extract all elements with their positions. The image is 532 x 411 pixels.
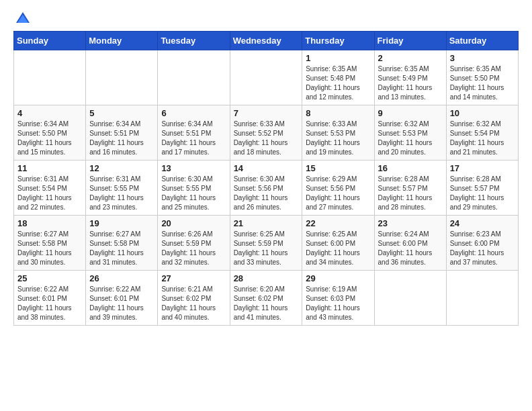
weekday-header-friday: Friday [374, 32, 446, 50]
week-row-4: 18Sunrise: 6:27 AM Sunset: 5:58 PM Dayli… [14, 216, 519, 271]
day-info: Sunrise: 6:21 AM Sunset: 6:02 PM Dayligh… [161, 285, 226, 322]
day-number: 24 [450, 218, 515, 228]
day-cell: 29Sunrise: 6:19 AM Sunset: 6:03 PM Dayli… [302, 271, 374, 326]
day-cell: 13Sunrise: 6:30 AM Sunset: 5:55 PM Dayli… [158, 161, 230, 216]
day-info: Sunrise: 6:30 AM Sunset: 5:55 PM Dayligh… [161, 175, 226, 212]
day-number: 9 [378, 108, 443, 118]
day-cell [14, 50, 86, 105]
day-cell: 10Sunrise: 6:32 AM Sunset: 5:54 PM Dayli… [446, 105, 518, 161]
day-cell: 5Sunrise: 6:34 AM Sunset: 5:51 PM Daylig… [86, 105, 158, 161]
day-info: Sunrise: 6:22 AM Sunset: 6:01 PM Dayligh… [17, 285, 82, 322]
day-number: 15 [306, 163, 370, 173]
day-cell: 17Sunrise: 6:28 AM Sunset: 5:57 PM Dayli… [446, 161, 518, 216]
weekday-header-sunday: Sunday [14, 32, 86, 50]
weekday-header-wednesday: Wednesday [230, 32, 302, 50]
week-row-1: 1Sunrise: 6:35 AM Sunset: 5:48 PM Daylig… [14, 50, 519, 105]
day-number: 11 [17, 163, 82, 173]
day-cell: 18Sunrise: 6:27 AM Sunset: 5:58 PM Dayli… [14, 216, 86, 271]
day-info: Sunrise: 6:25 AM Sunset: 6:00 PM Dayligh… [306, 230, 370, 267]
weekday-header-row: SundayMondayTuesdayWednesdayThursdayFrid… [14, 32, 519, 50]
day-info: Sunrise: 6:35 AM Sunset: 5:48 PM Dayligh… [306, 64, 370, 102]
day-number: 19 [89, 218, 154, 228]
day-info: Sunrise: 6:25 AM Sunset: 5:59 PM Dayligh… [234, 230, 299, 267]
day-cell: 8Sunrise: 6:33 AM Sunset: 5:53 PM Daylig… [302, 105, 374, 161]
day-cell: 12Sunrise: 6:31 AM Sunset: 5:55 PM Dayli… [86, 161, 158, 216]
day-cell: 24Sunrise: 6:23 AM Sunset: 6:00 PM Dayli… [446, 216, 518, 271]
day-number: 17 [450, 163, 515, 173]
day-cell: 9Sunrise: 6:32 AM Sunset: 5:53 PM Daylig… [374, 105, 446, 161]
week-row-5: 25Sunrise: 6:22 AM Sunset: 6:01 PM Dayli… [14, 271, 519, 326]
calendar: SundayMondayTuesdayWednesdayThursdayFrid… [13, 31, 519, 326]
day-number: 13 [161, 163, 226, 173]
logo-icon [15, 11, 31, 27]
day-number: 21 [234, 218, 299, 228]
day-cell [86, 50, 158, 105]
day-number: 27 [161, 273, 226, 283]
day-number: 2 [378, 53, 443, 63]
day-info: Sunrise: 6:34 AM Sunset: 5:51 PM Dayligh… [161, 120, 226, 157]
day-number: 5 [89, 108, 154, 118]
day-cell: 19Sunrise: 6:27 AM Sunset: 5:58 PM Dayli… [86, 216, 158, 271]
day-info: Sunrise: 6:35 AM Sunset: 5:50 PM Dayligh… [450, 64, 515, 102]
day-info: Sunrise: 6:31 AM Sunset: 5:54 PM Dayligh… [17, 175, 82, 212]
day-number: 10 [450, 108, 515, 118]
weekday-header-tuesday: Tuesday [158, 32, 230, 50]
day-cell: 26Sunrise: 6:22 AM Sunset: 6:01 PM Dayli… [86, 271, 158, 326]
day-info: Sunrise: 6:35 AM Sunset: 5:49 PM Dayligh… [378, 64, 443, 102]
day-info: Sunrise: 6:27 AM Sunset: 5:58 PM Dayligh… [17, 230, 82, 267]
day-info: Sunrise: 6:34 AM Sunset: 5:50 PM Dayligh… [17, 120, 82, 157]
day-info: Sunrise: 6:31 AM Sunset: 5:55 PM Dayligh… [89, 175, 154, 212]
header [13, 11, 519, 24]
day-cell: 28Sunrise: 6:20 AM Sunset: 6:02 PM Dayli… [230, 271, 302, 326]
day-cell: 11Sunrise: 6:31 AM Sunset: 5:54 PM Dayli… [14, 161, 86, 216]
week-row-2: 4Sunrise: 6:34 AM Sunset: 5:50 PM Daylig… [14, 105, 519, 161]
day-number: 1 [306, 53, 370, 63]
day-number: 3 [450, 53, 515, 63]
day-info: Sunrise: 6:19 AM Sunset: 6:03 PM Dayligh… [306, 285, 370, 322]
weekday-header-monday: Monday [86, 32, 158, 50]
day-cell: 22Sunrise: 6:25 AM Sunset: 6:00 PM Dayli… [302, 216, 374, 271]
day-info: Sunrise: 6:28 AM Sunset: 5:57 PM Dayligh… [450, 175, 515, 212]
day-info: Sunrise: 6:32 AM Sunset: 5:54 PM Dayligh… [450, 120, 515, 157]
day-number: 8 [306, 108, 370, 118]
day-cell: 16Sunrise: 6:28 AM Sunset: 5:57 PM Dayli… [374, 161, 446, 216]
day-number: 12 [89, 163, 154, 173]
day-info: Sunrise: 6:24 AM Sunset: 6:00 PM Dayligh… [378, 230, 443, 267]
logo [13, 11, 31, 24]
day-cell: 14Sunrise: 6:30 AM Sunset: 5:56 PM Dayli… [230, 161, 302, 216]
day-cell: 20Sunrise: 6:26 AM Sunset: 5:59 PM Dayli… [158, 216, 230, 271]
day-cell [446, 271, 518, 326]
day-number: 28 [234, 273, 299, 283]
day-number: 18 [17, 218, 82, 228]
day-number: 25 [17, 273, 82, 283]
day-info: Sunrise: 6:34 AM Sunset: 5:51 PM Dayligh… [89, 120, 154, 157]
day-info: Sunrise: 6:26 AM Sunset: 5:59 PM Dayligh… [161, 230, 226, 267]
day-cell [374, 271, 446, 326]
day-info: Sunrise: 6:23 AM Sunset: 6:00 PM Dayligh… [450, 230, 515, 267]
day-cell: 4Sunrise: 6:34 AM Sunset: 5:50 PM Daylig… [14, 105, 86, 161]
day-cell: 21Sunrise: 6:25 AM Sunset: 5:59 PM Dayli… [230, 216, 302, 271]
day-number: 7 [234, 108, 299, 118]
day-number: 16 [378, 163, 443, 173]
day-info: Sunrise: 6:27 AM Sunset: 5:58 PM Dayligh… [89, 230, 154, 267]
day-cell: 15Sunrise: 6:29 AM Sunset: 5:56 PM Dayli… [302, 161, 374, 216]
day-info: Sunrise: 6:28 AM Sunset: 5:57 PM Dayligh… [378, 175, 443, 212]
weekday-header-saturday: Saturday [446, 32, 518, 50]
day-cell [230, 50, 302, 105]
day-number: 20 [161, 218, 226, 228]
day-number: 29 [306, 273, 370, 283]
day-info: Sunrise: 6:30 AM Sunset: 5:56 PM Dayligh… [234, 175, 299, 212]
day-number: 23 [378, 218, 443, 228]
day-info: Sunrise: 6:22 AM Sunset: 6:01 PM Dayligh… [89, 285, 154, 322]
day-cell: 23Sunrise: 6:24 AM Sunset: 6:00 PM Dayli… [374, 216, 446, 271]
day-info: Sunrise: 6:33 AM Sunset: 5:53 PM Dayligh… [306, 120, 370, 157]
weekday-header-thursday: Thursday [302, 32, 374, 50]
day-cell: 7Sunrise: 6:33 AM Sunset: 5:52 PM Daylig… [230, 105, 302, 161]
day-number: 14 [234, 163, 299, 173]
day-info: Sunrise: 6:29 AM Sunset: 5:56 PM Dayligh… [306, 175, 370, 212]
day-cell: 2Sunrise: 6:35 AM Sunset: 5:49 PM Daylig… [374, 50, 446, 105]
day-cell: 25Sunrise: 6:22 AM Sunset: 6:01 PM Dayli… [14, 271, 86, 326]
day-number: 6 [161, 108, 226, 118]
day-info: Sunrise: 6:33 AM Sunset: 5:52 PM Dayligh… [234, 120, 299, 157]
day-number: 26 [89, 273, 154, 283]
